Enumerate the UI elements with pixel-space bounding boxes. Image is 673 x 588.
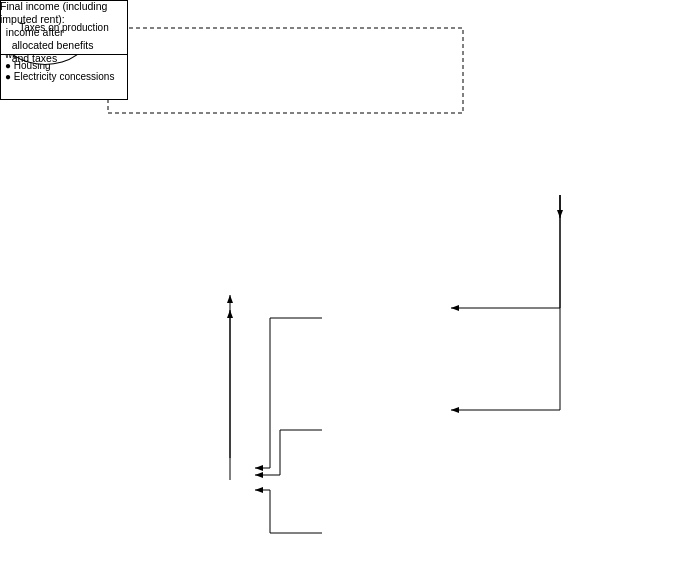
diagram: Income concepts Income components Privat… bbox=[0, 0, 673, 588]
svg-rect-2 bbox=[108, 28, 463, 113]
social-transfers-electricity: ● Electricity concessions bbox=[5, 71, 123, 82]
final-income-concept: Final income (including imputed rent): i… bbox=[0, 0, 115, 65]
